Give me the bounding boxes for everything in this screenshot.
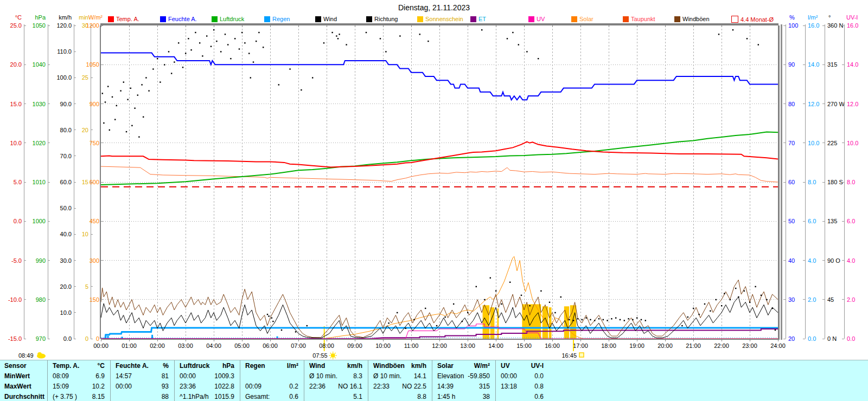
table-cell-avg-value-feuchte-a-: 88: [116, 393, 169, 400]
svg-text:12.0: 12.0: [847, 101, 858, 107]
svg-text:30: 30: [788, 296, 795, 303]
table-cell-avg-value-solar: 38: [437, 393, 490, 400]
svg-text:14.0: 14.0: [808, 61, 819, 68]
svg-text:16.0: 16.0: [808, 22, 819, 29]
table-column-divider: [110, 360, 111, 401]
svg-text:09:00: 09:00: [347, 342, 362, 349]
svg-text:6.0: 6.0: [808, 218, 816, 224]
table-column-divider: [240, 360, 240, 401]
svg-text:10:00: 10:00: [375, 342, 391, 349]
table-header-unit-temp-a-: °C: [53, 362, 105, 370]
svg-text:225: 225: [827, 140, 837, 146]
svg-text:hPa: hPa: [35, 14, 46, 21]
svg-text:0: 0: [85, 335, 88, 342]
table-column-divider: [495, 360, 496, 401]
series-feuchte-a-: [101, 53, 778, 100]
svg-text:13:00: 13:00: [460, 342, 475, 349]
svg-text:1030: 1030: [33, 101, 46, 107]
svg-text:%: %: [789, 14, 795, 21]
svg-text:km/h: km/h: [59, 14, 72, 21]
svg-text:17:00: 17:00: [573, 342, 588, 349]
svg-text:1200: 1200: [86, 22, 99, 29]
uvindex-axis: 16.014.012.010.08.06.04.02.00.0: [842, 22, 858, 342]
table-cell-max-value-windb-en: NO 22.5: [373, 383, 426, 390]
table-column-divider: [174, 360, 175, 401]
svg-text:16:00: 16:00: [545, 342, 560, 349]
table-column-divider: [47, 360, 48, 401]
axis-unit-headers: °ChPakm/hminW/m²%l/m²°UV-I: [15, 14, 858, 21]
svg-text:1040: 1040: [33, 61, 46, 68]
table-cell-min-value-windb-en: 14.1: [373, 372, 426, 380]
svg-text:50.0: 50.0: [60, 205, 72, 211]
svg-text:03:00: 03:00: [178, 342, 193, 349]
svg-text:180 S: 180 S: [827, 179, 843, 185]
svg-text:08:00: 08:00: [319, 342, 334, 349]
weather-chart: 25.020.015.010.05.00.0-5.0-10.0-15.01050…: [0, 0, 868, 362]
svg-text:15.0: 15.0: [10, 101, 22, 107]
moon-cloud-icon: [37, 352, 46, 359]
svg-text:0: 0: [96, 335, 99, 342]
svg-text:2.0: 2.0: [847, 296, 855, 303]
svg-text:20:00: 20:00: [658, 342, 673, 349]
table-cell-min-value-solar: -59.850: [437, 372, 490, 380]
svg-text:UV-I: UV-I: [846, 14, 858, 21]
svg-text:300: 300: [90, 257, 99, 264]
svg-text:20.0: 20.0: [60, 283, 72, 290]
plot-frame: [100, 24, 781, 341]
svg-text:23:00: 23:00: [742, 342, 757, 349]
svg-text:04:00: 04:00: [206, 342, 221, 349]
table-cell-avg-value-windb-en: 8.8: [373, 393, 426, 400]
table-cell-avg-value-regen: 0.6: [245, 393, 298, 400]
rain-axis: 16.014.012.010.08.06.04.02.00.0: [803, 22, 819, 342]
svg-text:24:00: 24:00: [770, 342, 786, 349]
svg-text:15:00: 15:00: [516, 342, 532, 349]
svg-text:10.0: 10.0: [10, 140, 22, 146]
svg-text:19:00: 19:00: [629, 342, 644, 349]
svg-text:20.0: 20.0: [10, 61, 22, 68]
svg-text:30.0: 30.0: [60, 257, 72, 264]
table-cell-max-value-feuchte-a-: 93: [116, 383, 169, 390]
svg-text:0.0: 0.0: [847, 335, 855, 342]
svg-text:360 N: 360 N: [827, 22, 843, 29]
table-cell-min-value-wind: 8.3: [309, 372, 362, 380]
pressure-axis: 105010401030102010101000990980970: [33, 22, 50, 342]
svg-text:315: 315: [827, 61, 837, 68]
sunset-square-icon: [579, 353, 584, 357]
svg-text:10.0: 10.0: [847, 140, 858, 146]
svg-text:07:55: 07:55: [312, 352, 328, 359]
table-cell-avg-value-luftdruck: 1015.9: [180, 393, 234, 400]
svg-text:16.0: 16.0: [847, 22, 858, 29]
table-cell-avg-value-uv: 0.6: [501, 393, 544, 400]
svg-text:70.0: 70.0: [60, 153, 72, 159]
table-cell-max-value-wind: NO 16.1: [309, 383, 362, 390]
svg-text:70: 70: [788, 140, 795, 146]
svg-text:80.0: 80.0: [60, 127, 72, 133]
svg-text:1000: 1000: [33, 218, 46, 224]
svg-text:00:00: 00:00: [93, 342, 108, 349]
svg-text:1020: 1020: [33, 140, 46, 146]
sunrise-marker: 07:55: [312, 352, 337, 359]
series-et: [101, 329, 778, 339]
svg-text:5: 5: [85, 283, 88, 290]
humidity-axis: 1009080706050403020: [783, 22, 798, 342]
table-cell-avg-value-temp-a-: 8.15: [53, 393, 105, 400]
svg-text:25.0: 25.0: [10, 22, 22, 29]
sensor-stats-table: SensorMinWertMaxWertDurchschnittTemp. A.…: [0, 360, 868, 401]
svg-text:1050: 1050: [86, 61, 99, 68]
table-cell-max-value-temp-a-: 10.2: [53, 383, 105, 390]
svg-text:4.0: 4.0: [847, 257, 855, 264]
series-solar: [101, 256, 778, 339]
table-row-label: MinWert: [4, 372, 45, 383]
svg-text:W/m²: W/m²: [88, 14, 103, 21]
svg-text:6.0: 6.0: [847, 218, 855, 224]
svg-text:80: 80: [788, 101, 795, 107]
svg-text:11:00: 11:00: [404, 342, 419, 349]
rain-rate-bars: [105, 335, 278, 339]
table-cell-avg-value-wind: 5.1: [309, 393, 362, 400]
svg-text:20: 20: [788, 335, 795, 342]
windspeed-axis: 120.0110.0100.090.080.070.060.050.040.03…: [56, 22, 76, 342]
wind-direction-dots: [102, 29, 776, 333]
svg-text:l/m²: l/m²: [808, 14, 818, 21]
svg-text:10: 10: [82, 231, 88, 237]
svg-text:450: 450: [90, 218, 99, 224]
